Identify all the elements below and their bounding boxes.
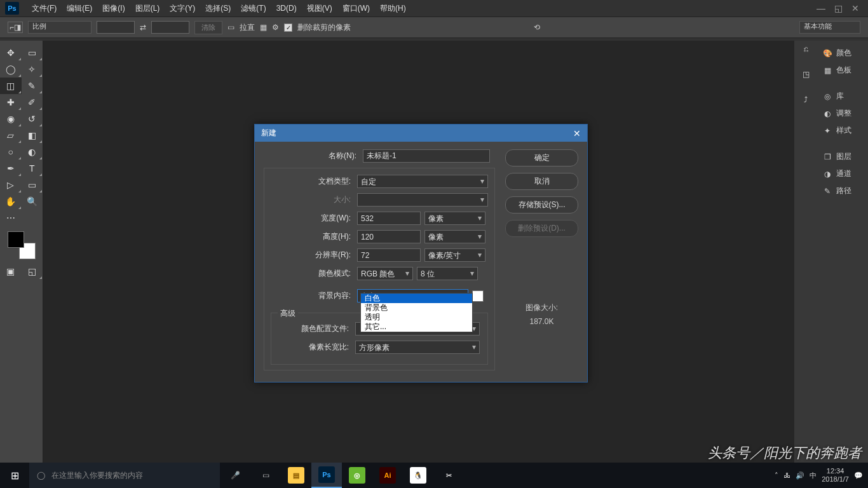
path-select-tool[interactable]: ▷ <box>0 177 22 193</box>
panel-libraries[interactable]: ◎库 <box>817 88 868 105</box>
pixelratio-select[interactable]: 方形像素 <box>355 341 480 354</box>
shape-tool[interactable]: ▭ <box>22 177 43 193</box>
reset-icon[interactable]: ⟲ <box>534 23 540 32</box>
tray-network-icon[interactable]: 🖧 <box>783 471 790 479</box>
bg-option-other[interactable]: 其它... <box>361 322 472 332</box>
tray-volume-icon[interactable]: 🔊 <box>796 471 804 480</box>
type-tool[interactable]: T <box>22 160 43 177</box>
system-tray[interactable]: ˄ 🖧 🔊 中 12:34 2018/1/7 💬 <box>775 467 868 484</box>
window-close-icon[interactable]: ✕ <box>851 3 859 13</box>
height-input[interactable] <box>357 230 421 243</box>
panel-styles[interactable]: ✦样式 <box>817 122 868 139</box>
colormode-select[interactable]: RGB 颜色 <box>357 267 413 280</box>
brush-tool[interactable]: ✐ <box>22 94 43 111</box>
bg-option-white[interactable]: 白色 <box>361 294 472 303</box>
taskbar-photoshop[interactable]: Ps <box>311 463 342 488</box>
taskbar-qq[interactable]: 🐧 <box>403 463 433 488</box>
history-brush-tool[interactable]: ↺ <box>22 111 43 127</box>
bg-option-transparent[interactable]: 透明 <box>361 313 472 322</box>
workspace-select[interactable]: 基本功能 <box>799 21 860 34</box>
menu-image[interactable]: 图像(I) <box>97 3 130 14</box>
height-unit-select[interactable]: 像素 <box>424 230 485 243</box>
tray-date[interactable]: 2018/1/7 <box>822 475 849 484</box>
doctype-select[interactable]: 自定 <box>357 175 488 188</box>
taskbar-explorer[interactable]: ▤ <box>281 463 311 488</box>
crop-tool-indicator-icon[interactable]: ⌐◨ <box>8 22 23 33</box>
panel-swatches[interactable]: ▦色板 <box>817 62 868 79</box>
taskbar-illustrator[interactable]: Ai <box>372 463 403 488</box>
name-input[interactable] <box>363 149 490 163</box>
taskbar-snip[interactable]: ✂ <box>433 463 464 488</box>
history-panel-icon[interactable]: ⎌ <box>804 44 808 53</box>
taskbar-browser[interactable]: ◎ <box>342 463 372 488</box>
crop-width-input[interactable] <box>97 21 135 34</box>
move-tool[interactable]: ✥ <box>0 44 22 61</box>
panel-layers[interactable]: ❐图层 <box>817 148 868 165</box>
dodge-tool[interactable]: ◐ <box>22 144 43 160</box>
crop-height-input[interactable] <box>151 21 189 34</box>
bgcolor-swatch[interactable] <box>472 290 484 302</box>
properties-panel-icon[interactable]: ◳ <box>803 70 810 79</box>
window-maximize-icon[interactable]: ◱ <box>834 3 843 13</box>
menu-select[interactable]: 选择(S) <box>200 3 236 14</box>
healing-tool[interactable]: ✚ <box>0 94 22 111</box>
lasso-tool[interactable]: ◯ <box>0 61 22 78</box>
panel-paths[interactable]: ✎路径 <box>817 182 868 200</box>
color-swatches[interactable] <box>8 231 36 259</box>
tray-ime-icon[interactable]: 中 <box>810 471 817 480</box>
panel-adjustments[interactable]: ◐调整 <box>817 105 868 122</box>
resolution-unit-select[interactable]: 像素/英寸 <box>424 248 485 262</box>
menu-view[interactable]: 视图(V) <box>302 3 337 14</box>
panel-color[interactable]: 🎨颜色 <box>817 44 868 62</box>
save-preset-button[interactable]: 存储预设(S)... <box>505 196 578 214</box>
foreground-color-swatch[interactable] <box>8 231 24 248</box>
window-minimize-icon[interactable]: — <box>817 3 825 13</box>
pen-tool[interactable]: ✒ <box>0 160 22 177</box>
taskview-icon[interactable]: ▭ <box>250 463 281 488</box>
menu-file[interactable]: 文件(F) <box>27 3 62 14</box>
panel-channels[interactable]: ◑通道 <box>817 165 868 182</box>
quickmask-tool[interactable]: ▣ <box>0 263 22 280</box>
hand-tool[interactable]: ✋ <box>0 193 22 210</box>
start-button[interactable]: ⊞ <box>0 463 29 488</box>
menu-text[interactable]: 文字(Y) <box>165 3 200 14</box>
crop-tool[interactable]: ◫ <box>0 78 22 94</box>
grid-icon[interactable]: ▦ <box>260 23 267 32</box>
menu-edit[interactable]: 编辑(E) <box>62 3 97 14</box>
zoom-tool[interactable]: 🔍 <box>22 193 43 210</box>
gear-icon[interactable]: ⚙ <box>272 23 279 32</box>
crop-ratio-select[interactable]: 比例 <box>28 21 92 34</box>
menu-layer[interactable]: 图层(L) <box>130 3 165 14</box>
bg-option-bgcolor[interactable]: 背景色 <box>361 303 472 313</box>
tray-chevron-icon[interactable]: ˄ <box>775 471 778 480</box>
menu-filter[interactable]: 滤镜(T) <box>236 3 271 14</box>
dialog-close-icon[interactable]: ✕ <box>573 128 581 139</box>
bgcontent-dropdown-list[interactable]: 白色 背景色 透明 其它... <box>360 293 473 332</box>
rect-marquee-tool[interactable]: ▭ <box>22 44 43 61</box>
menu-window[interactable]: 窗口(W) <box>337 3 375 14</box>
clear-button[interactable]: 清除 <box>194 21 222 34</box>
tray-time[interactable]: 12:34 <box>822 467 849 475</box>
magic-wand-tool[interactable]: ✧ <box>22 61 43 78</box>
delete-crop-checkbox[interactable]: ✓ <box>284 24 292 32</box>
menu-help[interactable]: 帮助(H) <box>375 3 411 14</box>
eraser-tool[interactable]: ▱ <box>0 127 22 144</box>
width-input[interactable] <box>357 212 421 225</box>
tray-notifications-icon[interactable]: 💬 <box>854 471 863 480</box>
mic-icon[interactable]: 🎤 <box>220 463 250 488</box>
taskbar-search[interactable]: ◯ 在这里输入你要搜索的内容 <box>29 463 220 488</box>
share-panel-icon[interactable]: ⤴ <box>804 95 808 104</box>
more-tools[interactable]: ⋯ <box>0 210 22 226</box>
dialog-titlebar[interactable]: 新建 ✕ <box>255 125 587 142</box>
menu-3d[interactable]: 3D(D) <box>271 4 302 13</box>
gradient-tool[interactable]: ◧ <box>22 127 43 144</box>
straighten-icon[interactable]: ▭ <box>227 23 234 32</box>
cancel-button[interactable]: 取消 <box>505 173 578 190</box>
blur-tool[interactable]: ○ <box>0 144 22 160</box>
stamp-tool[interactable]: ◉ <box>0 111 22 127</box>
ok-button[interactable]: 确定 <box>505 149 578 166</box>
screenmode-tool[interactable]: ◱ <box>22 263 43 280</box>
colordepth-select[interactable]: 8 位 <box>417 267 478 280</box>
swap-icon[interactable]: ⇄ <box>140 23 146 32</box>
eyedropper-tool[interactable]: ✎ <box>22 78 43 94</box>
